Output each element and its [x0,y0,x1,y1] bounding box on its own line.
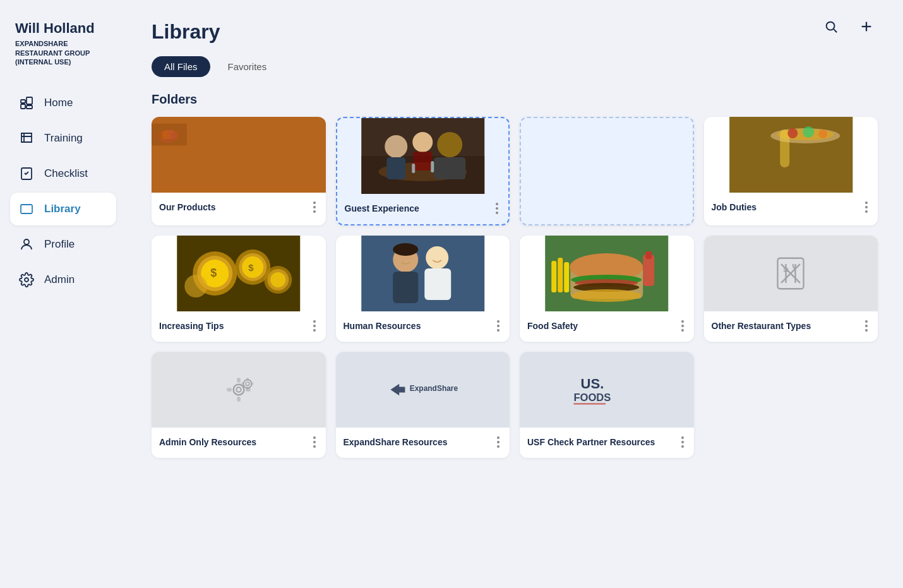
folder-info: USF Check Partner Resources [520,428,694,458]
library-icon [18,200,35,218]
folder-info: Increasing Tips [152,311,326,342]
add-button[interactable] [855,15,878,38]
user-org: EXPANDSHARE RESTAURANT GROUP (INTERNAL U… [15,39,116,66]
svg-rect-21 [386,157,405,179]
svg-point-5 [24,239,29,244]
sidebar-item-home[interactable]: Home [10,87,116,119]
folder-more-menu-btn[interactable] [493,201,501,215]
svg-text:$: $ [248,262,254,273]
svg-rect-14 [162,131,168,139]
svg-point-24 [412,132,433,152]
folder-name: Guest Experience [345,203,419,214]
svg-point-35 [818,129,827,138]
svg-point-80 [243,380,251,388]
folder-human-resources[interactable]: Human Resources [336,236,510,342]
folder-admin-only-resources[interactable]: Admin Only Resources [152,352,326,458]
folder-name: Food Safety [527,320,578,332]
folder-more-menu-btn[interactable] [679,435,686,449]
folder-more-menu-btn[interactable] [311,200,318,214]
folder-expandshare-resources[interactable]: ExpandShare ExpandShare Resources [336,352,510,458]
folder-food-safety[interactable]: Food Safety [520,236,694,342]
svg-point-20 [385,135,407,158]
folder-guest-experience[interactable]: Guest Experience [336,117,510,225]
folder-name: ExpandShare Resources [344,436,448,448]
svg-point-48 [184,275,207,297]
svg-rect-29 [729,117,852,193]
svg-rect-2 [27,97,32,104]
folder-more-menu-btn[interactable] [863,319,870,333]
tab-all-files[interactable]: All Files [152,56,210,77]
svg-rect-51 [393,272,418,303]
folder-other-restaurant-types[interactable]: Other Restaurant Types [704,236,878,342]
folder-more-menu-btn[interactable] [494,435,502,449]
folder-more-menu-btn[interactable] [494,319,502,333]
svg-rect-83 [246,387,249,390]
admin-icon [18,271,35,289]
sidebar-item-library[interactable]: Library [10,193,116,225]
svg-rect-82 [246,378,249,381]
sidebar-item-training[interactable]: Training [10,122,116,155]
svg-point-81 [246,382,249,386]
folder-increasing-tips[interactable]: $ $ Increasing Tips [152,236,326,342]
folder-job-duties[interactable]: Job Duties [704,117,878,225]
svg-text:$: $ [210,267,217,279]
folder-name: Increasing Tips [159,320,224,332]
folder-more-menu-btn[interactable] [679,319,686,333]
svg-rect-66 [564,262,569,292]
sidebar-item-home-label: Home [44,97,73,109]
svg-point-7 [827,22,835,30]
folder-name: Job Duties [712,201,757,213]
folder-info: Guest Experience [337,194,509,224]
training-icon [18,129,35,147]
search-button[interactable] [820,15,842,38]
folder-our-products[interactable]: Our Products [152,117,326,225]
svg-rect-1 [21,104,25,109]
folder-info: Food Safety [520,311,694,342]
svg-rect-63 [645,251,652,259]
svg-rect-64 [551,261,556,292]
sidebar-item-checklist[interactable]: Checklist [10,157,116,190]
folder-name: Human Resources [344,320,421,332]
folders-section-title: Folders [152,92,878,107]
topbar-icons [820,15,878,38]
folder-more-menu-btn[interactable] [863,200,870,214]
svg-point-6 [25,278,28,282]
sidebar-item-profile[interactable]: Profile [10,228,116,261]
svg-point-22 [437,132,462,157]
user-name: Will Holland [15,20,116,37]
folder-info: Human Resources [336,311,510,342]
folder-name: Our Products [159,201,215,213]
svg-point-75 [236,387,241,392]
svg-rect-78 [227,388,231,392]
folder-usf-check[interactable]: US. FOODS USF Check Partner Resources [520,352,694,458]
svg-rect-0 [21,100,25,103]
svg-rect-76 [237,378,241,382]
svg-point-52 [426,246,448,269]
folder-info: ExpandShare Resources [336,428,510,458]
svg-rect-89 [573,403,606,404]
folders-grid: Our Products [152,117,878,458]
main-content: Library All Files Favorites Folders Our … [126,0,903,588]
folder-more-menu-btn[interactable] [311,319,318,333]
svg-rect-23 [434,157,465,179]
folder-info: Job Duties [704,193,878,223]
svg-point-74 [233,385,244,395]
svg-rect-62 [643,255,654,286]
folder-more-menu-btn[interactable] [311,435,318,449]
profile-icon [18,236,35,253]
svg-text:ExpandShare: ExpandShare [410,384,458,393]
sidebar-item-profile-label: Profile [44,238,75,251]
folder-name: USF Check Partner Resources [527,436,655,448]
page-title: Library [152,20,878,44]
checklist-icon [18,165,35,183]
sidebar: Will Holland EXPANDSHARE RESTAURANT GROU… [0,0,126,588]
svg-rect-25 [413,152,432,171]
tab-favorites[interactable]: Favorites [215,56,280,77]
sidebar-item-admin[interactable]: Admin [10,263,116,296]
svg-rect-3 [27,105,32,109]
svg-point-15 [171,131,179,140]
svg-rect-77 [237,397,241,401]
svg-point-34 [803,126,814,138]
home-icon [18,94,35,112]
svg-rect-49 [361,236,484,311]
